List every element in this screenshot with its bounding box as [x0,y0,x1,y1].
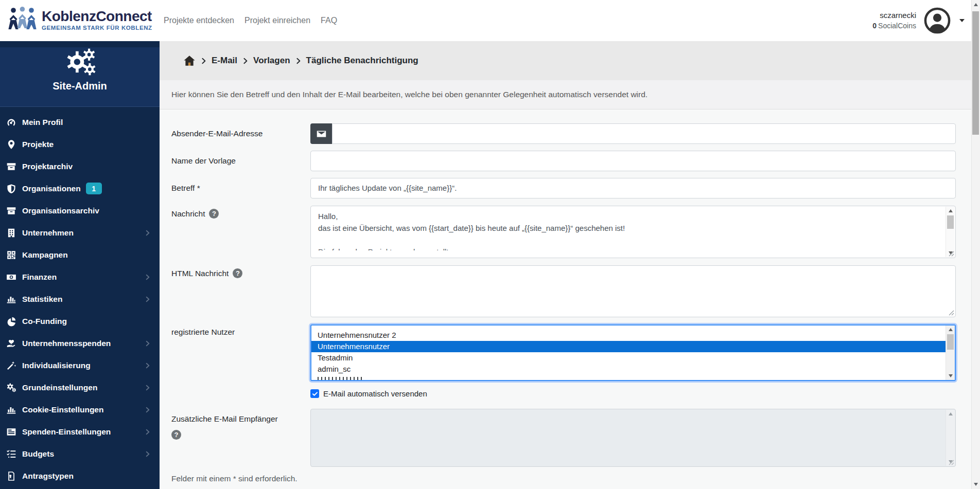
chart-bar-icon [6,294,18,304]
resize-grip-icon[interactable] [948,250,954,257]
sidebar-item-projektarchiv[interactable]: Projektarchiv [0,155,160,177]
clipped-option [318,377,362,380]
username: sczarnecki [872,10,916,21]
sidebar-item-label: Unternehmensspenden [22,339,111,348]
user-option[interactable]: Testadmin [311,352,946,364]
sidebar-item-budgets[interactable]: Budgets [0,443,160,465]
qrcode-icon [6,250,18,260]
list-icon [6,427,18,437]
sidebar-item-label: Projekte [22,140,54,149]
sidebar-item-label: Finanzen [22,273,57,282]
sidebar-item-label: Cookie-Einstellungen [22,405,103,414]
user-option[interactable]: Unternehmensnutzer 2 [311,330,946,341]
user-option[interactable]: Unternehmensnutzer [311,341,946,352]
sidebar-item-finanzen[interactable]: Finanzen [0,266,160,288]
scroll-up-icon[interactable] [974,3,978,6]
subject-input[interactable]: Ihr tägliches Update von „{{site_name}}“… [310,178,956,198]
sidebar-item-co-funding[interactable]: Co-Funding [0,310,160,332]
help-icon[interactable]: ? [171,430,181,440]
sidebar-item-label: Projektarchiv [22,162,73,171]
select-scrollbar[interactable] [946,325,955,380]
breadcrumb-item[interactable]: E-Mail [212,56,237,66]
sidebar-item-label: Unternehmen [22,228,74,238]
sidebar-item-cookie-einstellungen[interactable]: Cookie-Einstellungen [0,399,160,421]
sidebar-item-label: Organisationsarchiv [22,206,99,215]
resize-grip-icon[interactable] [948,310,954,316]
scroll-down-icon[interactable] [974,483,978,486]
sidebar-item-label: Organisationen [22,184,81,193]
archive-icon [6,161,18,172]
sidebar-item-unternehmen[interactable]: Unternehmen [0,222,160,244]
nav-projekt-einreichen[interactable]: Projekt einreichen [244,16,310,25]
template-name-input[interactable] [310,151,956,171]
people-logo-icon [8,6,37,33]
scrollbar-thumb[interactable] [972,11,979,135]
sidebar-item-kampagnen[interactable]: Kampagnen [0,244,160,266]
sidebar-item-antragstypen[interactable]: Antragstypen [0,465,160,487]
message-textarea[interactable]: Hallo, das ist eine Übersicht, was vom {… [310,206,956,258]
sidebar-item-label: Budgets [22,449,54,459]
sidebar-item-label: Individualisierung [22,361,91,370]
sidebar-item-individualisierung[interactable]: Individualisierung [0,354,160,376]
money-icon [6,272,18,282]
help-icon[interactable]: ? [209,209,219,219]
sender-email-input[interactable] [332,123,956,144]
registered-users-label: registrierte Nutzer [171,328,235,337]
sidebar-item-label: Spenden-Einstellungen [22,427,111,437]
chevron-right-icon [200,58,207,64]
sidebar-item-label: Mein Profil [22,118,63,127]
chevron-right-icon [242,58,249,64]
html-message-textarea[interactable] [310,265,956,317]
admin-sidebar: Site-Admin Mein Profil Projekte Projekta… [0,41,160,489]
shield-icon [6,184,18,194]
map-marker-icon [6,139,18,150]
chevron-right-icon [144,229,151,237]
help-icon[interactable]: ? [233,268,242,278]
avatar[interactable] [923,7,951,34]
extra-recipients-label: Zusätzliche E-Mail Empfänger [171,414,278,424]
sidebar-item-spenden-einstellungen[interactable]: Spenden-Einstellungen [0,421,160,443]
required-fields-note: Felder mit einem * sind erforderlich. [171,474,297,483]
pie-chart-icon [6,316,18,327]
nav-projekte-entdecken[interactable]: Projekte entdecken [164,16,234,25]
home-icon[interactable] [183,55,196,66]
sidebar-item-unternehmensspenden[interactable]: Unternehmensspenden [0,332,160,354]
extra-recipients-textarea [310,409,956,467]
auto-send-checkbox[interactable] [310,389,319,398]
socialcoins-balance: 0SocialCoins [872,21,916,31]
subject-label: Betreff * [171,184,200,193]
page-description: Hier können Sie den Betreff und den Inha… [160,80,972,110]
chevron-right-icon [144,406,151,413]
html-message-label: HTML Nachricht ? [171,268,242,278]
user-option[interactable]: admin_sc [311,364,946,375]
hand-heart-icon [6,338,18,349]
user-menu[interactable]: sczarnecki 0SocialCoins [872,7,965,34]
sidebar-item-e-mail[interactable]: E-Mail [0,487,160,489]
nav-faq[interactable]: FAQ [321,16,337,25]
count-badge: 1 [86,183,102,194]
email-template-form: Absender-E-Mail-Adresse Name der Vorlage… [160,110,972,489]
breadcrumb-item[interactable]: Vorlagen [253,56,290,66]
sidebar-item-grundeinstellungen[interactable]: Grundeinstellungen [0,376,160,399]
magic-wand-icon [6,360,18,371]
textarea-scrollbar [946,410,955,466]
sidebar-item-mein-profil[interactable]: Mein Profil [0,111,160,133]
message-label: Nachricht ? [171,209,219,219]
chevron-right-icon [144,450,151,458]
main-nav: Projekte entdecken Projekt einreichen FA… [164,0,337,41]
sidebar-item-projekte[interactable]: Projekte [0,133,160,155]
chevron-right-icon [144,384,151,391]
textarea-scrollbar[interactable] [946,207,955,257]
sidebar-nav: Mein Profil Projekte Projektarchiv [0,107,160,489]
logo-tagline: GEMEINSAM STARK FÜR KOBLENZ [42,25,152,31]
site-logo[interactable]: KoblenzConnect GEMEINSAM STARK FÜR KOBLE… [8,6,152,33]
sidebar-item-label: Antragstypen [22,472,74,481]
breadcrumb-item: Tägliche Benachrichtigung [306,56,418,66]
sidebar-item-organisationen[interactable]: Organisationen 1 [0,177,160,200]
chevron-right-icon [295,58,302,64]
sidebar-item-statistiken[interactable]: Statistiken [0,288,160,310]
registered-users-select[interactable]: Unternehmensnutzer 2UnternehmensnutzerTe… [310,324,956,381]
page-scrollbar[interactable] [971,0,980,489]
building-icon [6,228,18,238]
sidebar-item-organisationsarchiv[interactable]: Organisationsarchiv [0,200,160,222]
